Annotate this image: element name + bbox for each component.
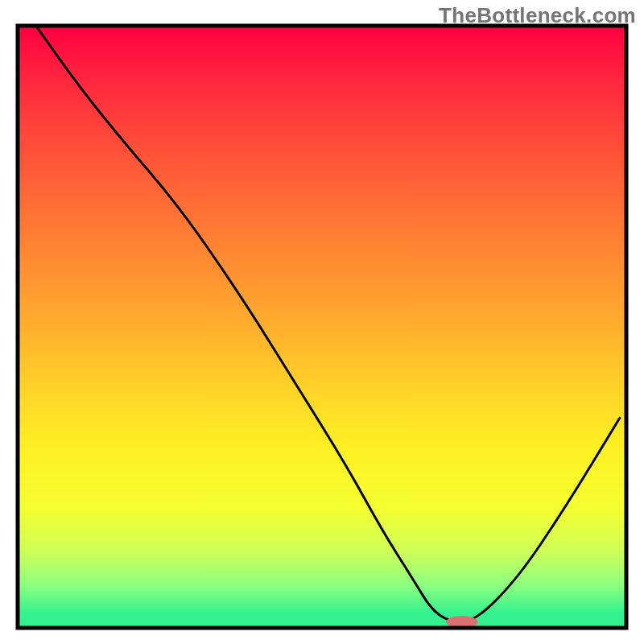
gradient-area — [18, 26, 626, 628]
watermark-text: TheBottleneck.com — [439, 3, 636, 28]
chart-frame: TheBottleneck.com — [0, 0, 644, 644]
bottleneck-chart — [0, 0, 644, 644]
